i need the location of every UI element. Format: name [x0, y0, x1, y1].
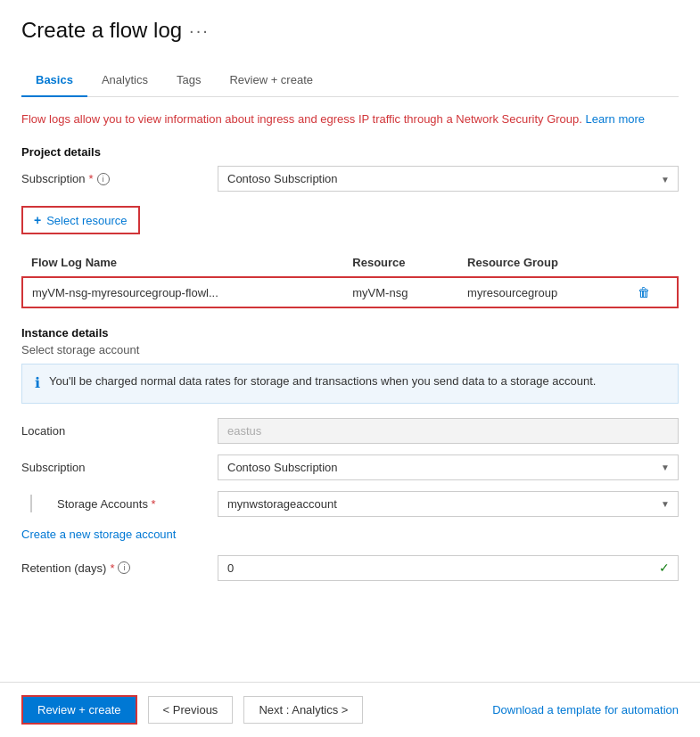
page-title-dots: ··· — [189, 20, 210, 41]
retention-info-icon[interactable]: i — [118, 561, 130, 574]
info-bar: Flow logs allow you to view information … — [21, 111, 679, 127]
resource-cell: myVM-nsg — [343, 277, 458, 307]
retention-input[interactable] — [218, 555, 679, 581]
tab-tags[interactable]: Tags — [162, 64, 215, 97]
tab-basics[interactable]: Basics — [21, 64, 87, 97]
storage-accounts-select[interactable]: mynwstorageaccount — [218, 491, 679, 517]
tabs-nav: Basics Analytics Tags Review + create — [21, 64, 679, 97]
previous-button[interactable]: < Previous — [148, 696, 234, 724]
review-create-button[interactable]: Review + create — [21, 695, 137, 725]
select-storage-label: Select storage account — [21, 343, 679, 356]
col-resource: Resource — [343, 249, 458, 277]
info-bar-text: Flow logs allow you to view information … — [21, 112, 582, 126]
subscription-select[interactable]: Contoso Subscription — [218, 166, 679, 192]
learn-more-link[interactable]: Learn more — [586, 112, 645, 126]
download-template-link[interactable]: Download a template for automation — [492, 703, 679, 717]
subscription-required: * — [89, 172, 94, 185]
delete-row-icon[interactable]: 🗑 — [638, 285, 650, 299]
select-resource-label: Select resource — [46, 214, 127, 227]
plus-icon: + — [34, 213, 41, 227]
subscription-label: Subscription — [21, 172, 86, 185]
next-analytics-button[interactable]: Next : Analytics > — [243, 696, 363, 724]
footer: Review + create < Previous Next : Analyt… — [0, 682, 700, 737]
retention-label: Retention (days) — [21, 561, 106, 575]
col-resource-group: Resource Group — [458, 249, 629, 277]
storage-required: * — [152, 497, 156, 511]
instance-details-header: Instance details — [21, 326, 679, 340]
location-label: Location — [21, 424, 65, 438]
tab-analytics[interactable]: Analytics — [87, 64, 162, 97]
create-new-storage-link[interactable]: Create a new storage account — [21, 528, 679, 541]
resource-table: Flow Log Name Resource Resource Group my… — [21, 249, 679, 308]
col-flow-log-name: Flow Log Name — [22, 249, 343, 277]
tab-review-create[interactable]: Review + create — [215, 64, 327, 97]
retention-required: * — [110, 561, 114, 575]
table-row: myVM-nsg-myresourcegroup-flowl... myVM-n… — [22, 277, 678, 307]
notification-bar: ℹ You'll be charged normal data rates fo… — [21, 364, 679, 403]
flow-log-name-cell: myVM-nsg-myresourcegroup-flowl... — [22, 277, 343, 307]
instance-subscription-select[interactable]: Contoso Subscription — [218, 454, 679, 480]
subscription-info-icon[interactable]: i — [97, 173, 110, 185]
info-circle-icon: ℹ — [35, 373, 40, 393]
instance-subscription-label: Subscription — [21, 461, 86, 474]
retention-check-icon: ✓ — [659, 561, 670, 575]
page-title: Create a flow log — [21, 18, 182, 43]
project-details-header: Project details — [21, 145, 679, 159]
resource-group-cell: myresourcegroup — [458, 277, 629, 307]
select-resource-button[interactable]: + Select resource — [21, 206, 140, 234]
notification-text: You'll be charged normal data rates for … — [49, 373, 596, 389]
location-input — [218, 418, 679, 444]
storage-accounts-label: Storage Accounts — [57, 497, 148, 511]
